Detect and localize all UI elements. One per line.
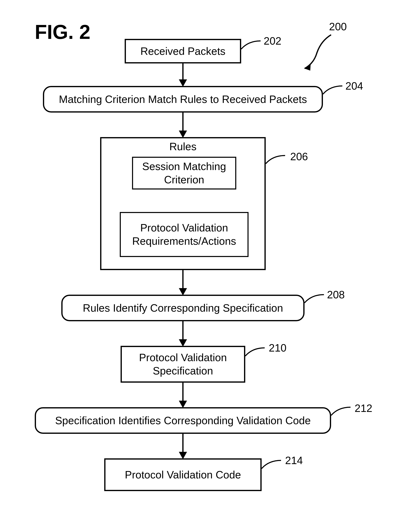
callout-214: 214	[285, 454, 303, 467]
leader-200	[296, 33, 345, 74]
callout-208: 208	[327, 289, 345, 301]
arrowhead-208-210	[179, 339, 187, 347]
box-212-text: Specification Identifies Corresponding V…	[55, 414, 311, 427]
leader-208	[304, 294, 329, 306]
box-204-text: Matching Criterion Match Rules to Receiv…	[59, 93, 307, 106]
arrow-210-212	[182, 383, 183, 401]
box-210-text: Protocol Validation Specification	[139, 351, 227, 378]
figure-title: FIG. 2	[35, 20, 90, 44]
arrow-206-208	[182, 270, 183, 289]
svg-marker-0	[304, 64, 311, 71]
box-rules: Rules Session Matching Criterion Protoco…	[100, 137, 266, 270]
box-208-text: Rules Identify Corresponding Specificati…	[83, 301, 283, 315]
box-match-rules: Matching Criterion Match Rules to Receiv…	[43, 86, 323, 113]
box-received-packets: Received Packets	[125, 39, 241, 64]
rules-title: Rules	[101, 140, 264, 153]
box-202-text: Received Packets	[140, 45, 225, 58]
leader-202	[241, 40, 266, 52]
leader-206	[266, 155, 290, 167]
arrowhead-204-206	[179, 130, 187, 138]
arrow-208-210	[182, 321, 183, 340]
callout-200: 200	[329, 20, 347, 33]
protocol-actions-text: Protocol Validation Requirements/Actions	[132, 221, 236, 248]
box-protocol-validation-spec: Protocol Validation Specification	[120, 346, 245, 383]
box-protocol-validation-code: Protocol Validation Code	[104, 458, 262, 491]
leader-214	[262, 459, 286, 472]
callout-206: 206	[290, 150, 308, 163]
leader-204	[323, 85, 347, 97]
session-matching-text: Session Matching Criterion	[142, 160, 226, 186]
callout-212: 212	[355, 402, 372, 414]
arrowhead-202-204	[179, 80, 187, 87]
callout-204: 204	[345, 80, 363, 92]
callout-210: 210	[269, 342, 286, 354]
leader-210	[245, 347, 270, 359]
arrowhead-210-212	[179, 401, 187, 408]
arrowhead-212-214	[179, 452, 187, 459]
box-protocol-actions: Protocol Validation Requirements/Actions	[120, 212, 249, 257]
leader-212	[331, 406, 356, 418]
arrow-202-204	[182, 64, 183, 80]
box-session-matching: Session Matching Criterion	[132, 157, 236, 190]
box-214-text: Protocol Validation Code	[125, 468, 241, 482]
box-spec-identifies-code: Specification Identifies Corresponding V…	[35, 407, 331, 434]
callout-202: 202	[264, 35, 281, 47]
arrowhead-206-208	[179, 288, 187, 295]
arrow-212-214	[182, 434, 183, 452]
box-rules-identify-spec: Rules Identify Corresponding Specificati…	[61, 295, 304, 321]
arrow-204-206	[182, 113, 183, 131]
